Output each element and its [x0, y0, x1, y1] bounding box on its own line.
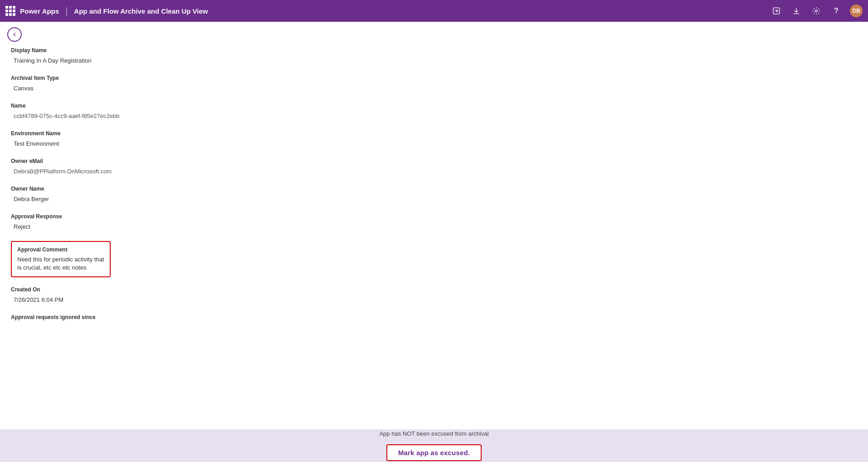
name-label: Name [11, 103, 857, 109]
help-icon[interactable]: ? [830, 5, 843, 17]
owner-name-group: Owner Name Debra Berger [11, 186, 857, 204]
display-name-group: Display Name Training In A Day Registrat… [11, 47, 857, 66]
created-on-label: Created On [11, 286, 857, 293]
name-group: Name ccbf4789-075c-4cc9-aaef-f85e27ec2eb… [11, 103, 857, 121]
share-icon[interactable] [770, 5, 783, 17]
approval-response-label: Approval Response [11, 213, 857, 220]
archival-item-type-value: Canvas [11, 83, 857, 93]
approval-response-value: Reject [11, 221, 857, 232]
archival-item-type-label: Archival Item Type [11, 75, 857, 81]
nav-icons: ? DB [770, 5, 863, 17]
approval-response-group: Approval Response Reject [11, 213, 857, 232]
environment-name-value: Test Environment [11, 138, 857, 149]
approval-comment-value: Need this for periodic activity that is … [17, 256, 104, 272]
created-on-value: 7/26/2021 6:04 PM [11, 295, 857, 305]
owner-email-value: DebraB@PPlatform.OnMicrosoft.com [11, 166, 857, 177]
display-name-label: Display Name [11, 47, 857, 54]
owner-email-label: Owner eMail [11, 158, 857, 164]
owner-name-label: Owner Name [11, 186, 857, 192]
bottom-bar: App has NOT been excused from archival M… [0, 429, 868, 462]
settings-icon[interactable] [810, 5, 823, 17]
archival-item-type-group: Archival Item Type Canvas [11, 75, 857, 93]
mark-excused-button[interactable]: Mark app as excused. [386, 444, 482, 461]
environment-name-group: Environment Name Test Environment [11, 130, 857, 149]
approval-requests-ignored-label: Approval requests ignored since [11, 314, 857, 320]
apps-grid-icon[interactable] [5, 6, 15, 16]
owner-name-value: Debra Berger [11, 194, 857, 204]
archival-status-text: App has NOT been excused from archival [379, 430, 488, 437]
nav-separator: | [65, 6, 68, 16]
top-nav: Power Apps | App and Flow Archive and Cl… [0, 0, 868, 22]
page-title: App and Flow Archive and Clean Up View [74, 7, 208, 15]
approval-requests-ignored-group: Approval requests ignored since [11, 314, 857, 320]
name-value: ccbf4789-075c-4cc9-aaef-f85e27ec2ebb [11, 111, 857, 121]
app-name: Power Apps [20, 7, 59, 15]
avatar[interactable]: DB [850, 5, 863, 17]
environment-name-label: Environment Name [11, 130, 857, 137]
form-content: Display Name Training In A Day Registrat… [0, 47, 868, 429]
owner-email-group: Owner eMail DebraB@PPlatform.OnMicrosoft… [11, 158, 857, 177]
back-row [0, 22, 868, 47]
svg-point-1 [815, 10, 818, 12]
display-name-value: Training In A Day Registration [11, 55, 857, 66]
page-body: Display Name Training In A Day Registrat… [0, 22, 868, 462]
download-icon[interactable] [790, 5, 803, 17]
approval-comment-box: Approval Comment Need this for periodic … [11, 241, 111, 277]
back-button[interactable] [7, 27, 22, 42]
created-on-group: Created On 7/26/2021 6:04 PM [11, 286, 857, 305]
approval-comment-label: Approval Comment [17, 246, 104, 253]
